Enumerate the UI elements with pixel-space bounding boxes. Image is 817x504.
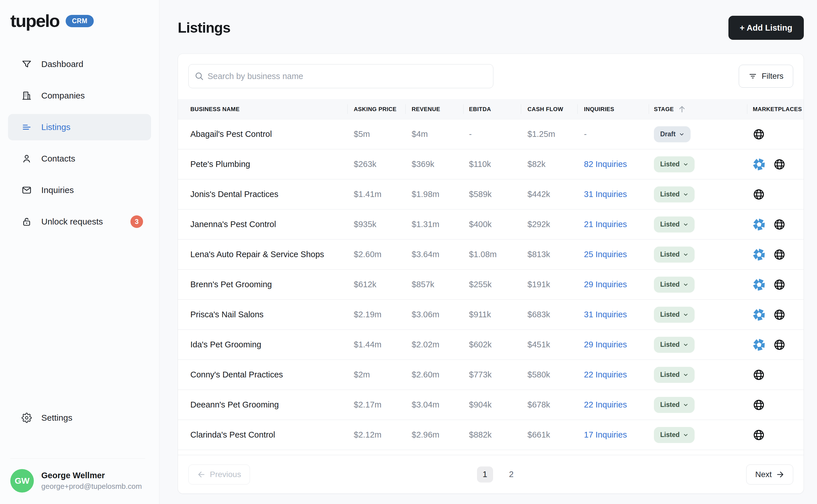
table-row[interactable]: Brenn's Pet Grooming $612k $857k $255k $…: [178, 270, 804, 300]
inquiries-link[interactable]: 29 Inquiries: [584, 280, 627, 289]
search-input[interactable]: [188, 64, 493, 88]
globe-marketplace-icon[interactable]: [773, 249, 785, 261]
table-header: BUSINESS NAMEASKING PRICEREVENUEEBITDACA…: [178, 99, 804, 119]
sidebar-item-settings[interactable]: Settings: [8, 405, 151, 431]
stage-cell: Listed: [649, 330, 747, 359]
sort-ascending-icon: [678, 105, 686, 113]
stage-dropdown[interactable]: Listed: [654, 337, 695, 353]
table-row[interactable]: Lena's Auto Repair & Service Shops $2.60…: [178, 240, 804, 270]
sidebar-item-unlock-requests[interactable]: Unlock requests 3: [8, 208, 151, 235]
stage-dropdown[interactable]: Listed: [654, 247, 695, 263]
stage-dropdown[interactable]: Listed: [654, 186, 695, 202]
inquiries-link[interactable]: 31 Inquiries: [584, 190, 627, 199]
globe-marketplace-icon[interactable]: [773, 279, 785, 291]
globe-marketplace-icon[interactable]: [773, 339, 785, 351]
sidebar-item-label: Inquiries: [41, 185, 74, 195]
pinwheel-marketplace-icon[interactable]: [753, 308, 765, 321]
table-row[interactable]: Conny's Dental Practices $2m $2.60m $773…: [178, 360, 804, 390]
table-row[interactable]: Prisca's Nail Salons $2.19m $3.06m $911k…: [178, 300, 804, 330]
stage-dropdown[interactable]: Listed: [654, 156, 695, 172]
inquiries-cell: 21 Inquiries: [577, 210, 649, 239]
marketplaces-cell: [747, 420, 804, 450]
business-name-cell: Janenna's Pest Control: [178, 210, 347, 239]
inquiries-link[interactable]: 29 Inquiries: [584, 340, 627, 349]
page-number-2[interactable]: 2: [503, 466, 519, 483]
cash-flow-cell: $683k: [521, 300, 577, 329]
inquiries-link[interactable]: 22 Inquiries: [584, 370, 627, 379]
table-row[interactable]: Janenna's Pest Control $935k $1.31m $400…: [178, 210, 804, 240]
stage-dropdown[interactable]: Listed: [654, 216, 695, 233]
column-header-ebitda[interactable]: EBITDA: [463, 99, 521, 119]
stage-cell: Listed: [649, 180, 747, 209]
pinwheel-marketplace-icon[interactable]: [753, 248, 765, 261]
funnel-icon: [21, 59, 32, 69]
globe-marketplace-icon[interactable]: [753, 399, 765, 411]
globe-marketplace-icon[interactable]: [753, 369, 765, 381]
page-number-1[interactable]: 1: [477, 466, 493, 483]
user-profile[interactable]: GW George Wellmer george+prod@tupelosmb.…: [8, 459, 151, 504]
sidebar-item-dashboard[interactable]: Dashboard: [8, 51, 151, 77]
pinwheel-marketplace-icon[interactable]: [753, 218, 765, 231]
sidebar-bottom: Settings GW George Wellmer george+prod@t…: [0, 405, 159, 504]
inquiries-link[interactable]: 22 Inquiries: [584, 400, 627, 409]
table-row[interactable]: Deeann's Pet Grooming $2.17m $3.04m $904…: [178, 390, 804, 420]
table-row[interactable]: Pete's Plumbing $263k $369k $110k $82k 8…: [178, 149, 804, 180]
stage-dropdown[interactable]: Listed: [654, 367, 695, 383]
stage-dropdown[interactable]: Listed: [654, 307, 695, 323]
table-row[interactable]: Clarinda's Pest Control $2.12m $2.96m $8…: [178, 420, 804, 450]
filters-label: Filters: [762, 72, 783, 81]
inquiries-link[interactable]: 31 Inquiries: [584, 310, 627, 319]
marketplaces-cell: [747, 330, 804, 359]
add-listing-button[interactable]: + Add Listing: [728, 16, 804, 40]
globe-marketplace-icon[interactable]: [773, 309, 785, 321]
column-header-inquiries[interactable]: INQUIRIES: [577, 99, 649, 119]
pinwheel-marketplace-icon[interactable]: [753, 278, 765, 291]
cash-flow-cell: $580k: [521, 360, 577, 389]
previous-page-button[interactable]: Previous: [188, 464, 250, 485]
revenue-cell: $857k: [405, 270, 463, 299]
stage-cell: Draft: [649, 119, 747, 149]
pinwheel-marketplace-icon[interactable]: [753, 158, 765, 171]
crm-badge: CRM: [66, 15, 94, 27]
column-header-business-name[interactable]: BUSINESS NAME: [178, 99, 347, 119]
stage-dropdown[interactable]: Draft: [654, 126, 691, 142]
sidebar-item-contacts[interactable]: Contacts: [8, 145, 151, 172]
table-body: Abagail's Pest Control $5m $4m - $1.25m …: [178, 119, 804, 450]
stage-dropdown[interactable]: Listed: [654, 427, 695, 443]
stage-dropdown[interactable]: Listed: [654, 277, 695, 293]
inquiries-link[interactable]: 17 Inquiries: [584, 430, 627, 440]
column-header-cash-flow[interactable]: CASH FLOW: [521, 99, 577, 119]
inquiries-link[interactable]: 25 Inquiries: [584, 250, 627, 259]
stage-dropdown[interactable]: Listed: [654, 397, 695, 413]
next-page-button[interactable]: Next: [746, 464, 793, 485]
globe-marketplace-icon[interactable]: [773, 158, 785, 170]
marketplaces-cell: [747, 270, 804, 299]
table-row[interactable]: Ida's Pet Grooming $1.44m $2.02m $602k $…: [178, 330, 804, 360]
chevron-down-icon: [683, 402, 688, 407]
settings-label: Settings: [41, 413, 72, 423]
column-header-marketplaces[interactable]: MARKETPLACES: [747, 99, 804, 119]
globe-marketplace-icon[interactable]: [753, 429, 765, 441]
column-header-asking-price[interactable]: ASKING PRICE: [347, 99, 405, 119]
pinwheel-marketplace-icon[interactable]: [753, 338, 765, 351]
inquiries-cell: 25 Inquiries: [577, 240, 649, 269]
table-row[interactable]: Abagail's Pest Control $5m $4m - $1.25m …: [178, 119, 804, 149]
globe-marketplace-icon[interactable]: [753, 128, 765, 140]
inquiries-link[interactable]: 82 Inquiries: [584, 160, 627, 169]
asking-price-cell: $5m: [347, 119, 405, 149]
sidebar-item-companies[interactable]: Companies: [8, 82, 151, 109]
inquiries-link[interactable]: 21 Inquiries: [584, 220, 627, 229]
globe-marketplace-icon[interactable]: [773, 218, 785, 231]
globe-marketplace-icon[interactable]: [753, 188, 765, 200]
column-header-stage[interactable]: STAGE: [649, 99, 747, 119]
table-row[interactable]: Jonis's Dental Practices $1.41m $1.98m $…: [178, 180, 804, 210]
column-header-revenue[interactable]: REVENUE: [405, 99, 463, 119]
building-icon: [21, 90, 32, 101]
avatar: GW: [10, 469, 34, 493]
sidebar-item-listings[interactable]: Listings: [8, 114, 151, 140]
sidebar-item-inquiries[interactable]: Inquiries: [8, 177, 151, 203]
stage-cell: Listed: [649, 300, 747, 329]
sidebar-item-label: Unlock requests: [41, 217, 103, 227]
stage-cell: Listed: [649, 270, 747, 299]
filters-button[interactable]: Filters: [739, 65, 793, 88]
